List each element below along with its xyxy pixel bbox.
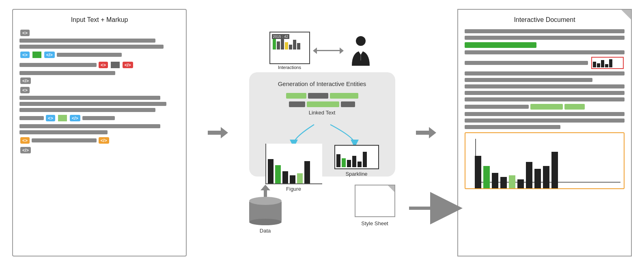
figure-bar-green <box>275 165 281 183</box>
lightgreen-block <box>58 115 67 121</box>
tag-gray: <> <box>20 87 30 93</box>
text-line <box>19 108 155 112</box>
doc-row-with-spark <box>465 57 625 69</box>
figure-chart <box>265 144 322 184</box>
data-label: Data <box>260 228 271 234</box>
mini-bar <box>285 42 288 50</box>
figure-bar <box>282 171 288 183</box>
lt-block <box>307 101 339 107</box>
tag-gray: </> <box>20 78 31 84</box>
gen-box: Generation of Interactive Entities Linke… <box>249 72 395 177</box>
text-line <box>57 53 122 57</box>
right-arrow <box>208 127 228 138</box>
bf-bar <box>475 156 481 188</box>
markup-row: <> </> <box>19 114 179 122</box>
text-line <box>82 116 115 120</box>
doc-line <box>465 125 560 129</box>
blue-arrows-svg <box>261 121 383 146</box>
lg-bar <box>530 104 563 110</box>
mini-bar <box>277 41 280 50</box>
bf-bar <box>543 166 549 188</box>
tag-red-close: </> <box>123 62 133 68</box>
gray-block <box>111 62 120 68</box>
double-arrow <box>316 50 340 51</box>
bf-bar <box>534 169 541 188</box>
interactions-label: Interactions <box>278 65 301 70</box>
sp-b <box>593 62 596 67</box>
linked-text-section <box>286 93 358 107</box>
green-block <box>32 52 41 58</box>
left-panel-title: Input Text + Markup <box>19 16 179 24</box>
sparkline-section: Sparkline <box>334 145 379 177</box>
green-bar <box>465 42 536 48</box>
doc-line <box>465 118 625 123</box>
bf-bar <box>517 179 524 188</box>
right-panel: Interactive Document <box>457 9 632 256</box>
linked-text-row2 <box>289 101 355 107</box>
lg-bar <box>564 104 585 110</box>
sp-bar <box>347 160 351 167</box>
sparkline-label: Sparkline <box>345 171 367 177</box>
sp-b <box>609 59 612 67</box>
arrow-left-to-mid <box>208 127 228 138</box>
right-arrow-2 <box>416 127 436 138</box>
sp-bar-green <box>342 158 346 167</box>
figure-section: Figure <box>265 144 322 192</box>
big-figure-box <box>465 132 625 189</box>
main-container: Input Text + Markup <> <> </> <> </> </>… <box>0 0 644 265</box>
stylesheet-box <box>355 185 395 217</box>
tag-gray: <> <box>20 30 30 36</box>
tag-orange-close: </> <box>99 137 109 144</box>
text-line <box>19 45 164 49</box>
sp-bar <box>358 162 362 167</box>
data-arrow-up <box>261 185 270 197</box>
user-icon <box>347 34 375 67</box>
tag-blue-open: <> <box>20 52 30 58</box>
right-panel-title: Interactive Document <box>465 16 625 24</box>
text-line <box>19 96 160 100</box>
text-line <box>19 130 108 134</box>
stylesheet-section: Style Sheet <box>355 185 395 226</box>
user-svg <box>349 35 373 66</box>
sp-bar <box>363 152 367 167</box>
mini-bar <box>281 38 284 50</box>
doc-line <box>465 61 588 65</box>
doc-line <box>465 84 625 88</box>
markup-row: <> </> <box>19 136 179 144</box>
stylesheet-label: Style Sheet <box>361 220 388 226</box>
text-line <box>32 138 97 142</box>
bf-bar <box>500 177 507 188</box>
mini-bar <box>297 43 300 50</box>
figure-bar <box>268 159 274 183</box>
sp-b <box>605 64 608 67</box>
figure-label: Figure <box>286 186 301 192</box>
doc-line <box>465 91 625 95</box>
markup-row: </> <box>19 147 179 154</box>
interactions-year: 2015 : 42 <box>272 34 290 39</box>
markup-row: <> </> <box>19 61 179 69</box>
gen-title: Generation of Interactive Entities <box>278 80 366 87</box>
sparkline-box <box>334 145 379 169</box>
doc-line <box>465 105 529 109</box>
text-line <box>19 116 44 120</box>
tag-orange-open: <> <box>20 137 30 144</box>
lt-block-wide <box>330 93 358 99</box>
left-panel: Input Text + Markup <> <> </> <> </> </>… <box>12 9 187 256</box>
text-line <box>19 124 160 128</box>
tag-gray: </> <box>20 147 31 153</box>
figure-bar <box>304 161 310 183</box>
cylinder-bottom <box>249 219 282 225</box>
bf-bar-green <box>483 166 490 188</box>
mini-bar <box>289 45 292 50</box>
svg-point-0 <box>356 36 366 46</box>
cylinder-top <box>249 197 282 205</box>
middle-panel: 2015 : 42 Interactions <box>249 32 395 234</box>
linked-text-visual <box>286 93 358 99</box>
doc-line <box>465 50 625 54</box>
linked-text-label: Linked Text <box>309 110 336 116</box>
data-section: Data <box>249 185 282 234</box>
doc-line <box>465 71 625 75</box>
tag-blue-close: </> <box>70 115 80 121</box>
mini-bar <box>293 40 296 50</box>
tag-red-open: <> <box>99 62 108 68</box>
